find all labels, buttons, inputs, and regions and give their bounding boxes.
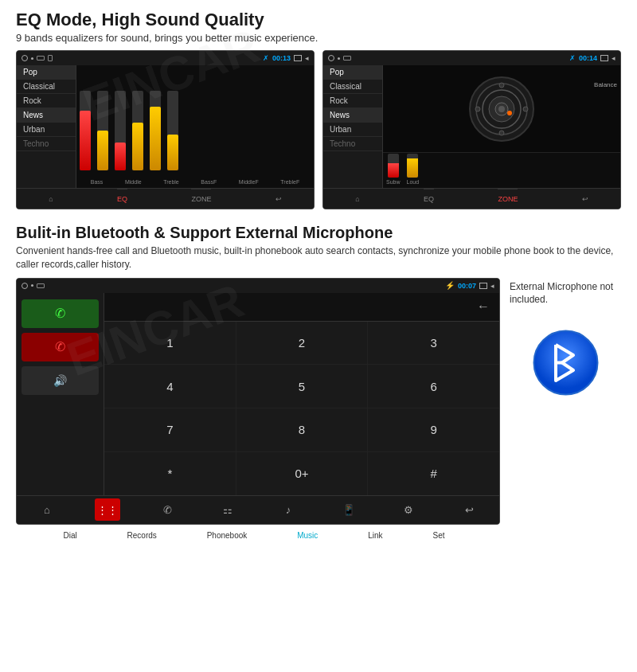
eq-tab-right[interactable]: EQ — [424, 189, 434, 209]
bt-section: Bulit-in Bluetooth & Support External Mi… — [0, 216, 637, 545]
speaker-icon: 🔊 — [53, 374, 67, 387]
dial-toolbar-btn[interactable]: ⋮⋮ — [95, 498, 120, 521]
phone-status-bar: ⚡ 00:07 ◂ — [17, 279, 499, 293]
records-label: Records — [127, 531, 157, 540]
status-bar-right-r: ✗ 00:14 ◂ — [569, 54, 616, 62]
time-right: 00:14 — [579, 54, 597, 62]
circle-icon — [21, 55, 28, 61]
phone-end-icon: ✆ — [55, 339, 65, 354]
eq-subtitle: 9 bands equalizers for sound, brings you… — [16, 32, 621, 44]
label-phonebook: Phonebook — [207, 531, 248, 540]
phone-sq-icon — [479, 283, 487, 289]
dial-key-2[interactable]: 2 — [236, 322, 368, 365]
home-icon-right[interactable]: ⌂ — [355, 195, 359, 203]
home-toolbar-icon: ⌂ — [44, 504, 50, 516]
eq-section: EQ Mode, High Sound Quality 9 bands equa… — [0, 0, 637, 216]
phone-screen: ⚡ 00:07 ◂ ✆ ✆ 🔊 — [16, 278, 500, 525]
eq-tab-left[interactable]: EQ — [117, 189, 127, 209]
call-button[interactable]: ✆ — [21, 299, 99, 328]
link-toolbar-btn[interactable]: 📱 — [336, 498, 361, 521]
eq-menu-pop[interactable]: Pop — [17, 65, 76, 80]
phonebook-toolbar-btn[interactable]: ⚏ — [215, 498, 240, 521]
eq-menu-pop-r[interactable]: Pop — [323, 65, 382, 80]
zone-tab-left[interactable]: ZONE — [191, 189, 211, 209]
set-label: Set — [432, 531, 444, 540]
dial-key-3[interactable]: 3 — [368, 322, 499, 365]
eq-menu-techno-r[interactable]: Techno — [323, 137, 382, 151]
phone-sd-icon — [37, 283, 45, 288]
eq-menu-rock[interactable]: Rock — [17, 94, 76, 108]
eq-menu-urban-r[interactable]: Urban — [323, 123, 382, 137]
dial-key-0[interactable]: 0+ — [236, 452, 368, 495]
set-toolbar-btn[interactable]: ⚙ — [396, 498, 421, 521]
phone-circle-icon — [21, 283, 28, 289]
phonebook-icon: ⚏ — [223, 504, 233, 516]
label-treblef: TrebleF — [280, 179, 299, 185]
bt-status-icon-r: ✗ — [569, 54, 576, 62]
back-toolbar-btn[interactable]: ↩ — [456, 498, 482, 521]
eq-menu-urban[interactable]: Urban — [17, 123, 76, 137]
home-icon-left[interactable]: ⌂ — [49, 195, 53, 203]
sd-icon-r — [343, 56, 351, 61]
eq-menu-news[interactable]: News — [17, 108, 76, 123]
back-toolbar-icon: ↩ — [465, 504, 474, 516]
eq-menu-rock-r[interactable]: Rock — [323, 94, 382, 108]
dial-key-4[interactable]: 4 — [104, 365, 236, 408]
link-label: Link — [368, 531, 382, 540]
home-toolbar-btn[interactable]: ⌂ — [34, 498, 60, 521]
square-icon-r — [600, 55, 608, 61]
dial-key-1[interactable]: 1 — [104, 322, 236, 365]
phone-toolbar: ⌂ ⋮⋮ ✆ ⚏ ♪ 📱 ⚙ — [17, 495, 499, 524]
mute-button[interactable]: 🔊 — [21, 366, 99, 395]
music-toolbar-btn[interactable]: ♪ — [276, 498, 301, 521]
dots-icon-r — [338, 57, 340, 60]
eq-right-visual: Balance — [383, 65, 620, 188]
speaker-svg — [466, 73, 537, 145]
dial-key-6[interactable]: 6 — [368, 365, 499, 408]
label-dial: Dial — [63, 531, 76, 540]
square-icon — [294, 55, 302, 61]
phone-dots — [31, 284, 33, 287]
label-set: Set — [432, 531, 444, 540]
dial-key-8[interactable]: 8 — [236, 408, 368, 451]
bar-loud: Loud — [407, 154, 420, 185]
eq-menu-techno[interactable]: Techno — [17, 137, 76, 151]
dial-key-5[interactable]: 5 — [236, 365, 368, 408]
eq-screen-left: ✗ 00:13 ◂ Pop Classical Rock News Urban … — [16, 50, 315, 209]
zone-tab-right[interactable]: ZONE — [498, 189, 518, 209]
eq-bar-labels: Bass Middle Treble BassF MiddleF TrebleF — [80, 179, 311, 185]
status-bar-left: ✗ 00:13 ◂ — [17, 51, 314, 65]
bt-area: ⚡ 00:07 ◂ ✆ ✆ 🔊 — [16, 278, 621, 525]
backspace-button[interactable]: ← — [477, 299, 490, 314]
svg-point-11 — [533, 331, 597, 395]
settings-icon: ⚙ — [404, 504, 413, 516]
svg-point-8 — [523, 107, 528, 111]
dial-key-9[interactable]: 9 — [368, 408, 499, 451]
eq-title: EQ Mode, High Sound Quality — [16, 10, 621, 30]
phone-call-icon: ✆ — [55, 306, 65, 321]
subw-loud-bars: Subw Loud — [383, 152, 620, 188]
phone-display: ← — [104, 293, 499, 322]
back-btn-right[interactable]: ↩ — [582, 195, 588, 203]
eq-menu-news-r[interactable]: News — [323, 108, 382, 123]
link-icon: 📱 — [342, 504, 355, 516]
records-toolbar-btn[interactable]: ✆ — [154, 498, 180, 521]
svg-point-9 — [499, 83, 504, 88]
label-middle: Middle — [125, 179, 142, 185]
dial-key-hash[interactable]: # — [368, 452, 499, 495]
eq-content-right: Pop Classical Rock News Urban Techno Bal… — [323, 65, 620, 188]
back-btn-left[interactable]: ↩ — [276, 195, 282, 203]
dial-key-7[interactable]: 7 — [104, 408, 236, 451]
end-call-button[interactable]: ✆ — [21, 333, 99, 361]
phone-content: ✆ ✆ 🔊 ← 1 2 — [17, 293, 499, 495]
bt-description: Convenient hands-free call and Bluetooth… — [16, 244, 621, 272]
eq-menu-classical-r[interactable]: Classical — [323, 80, 382, 94]
bt-icon-area — [510, 329, 621, 397]
phone-bt-icon: ⚡ — [445, 281, 455, 290]
eq-screen-right: ✗ 00:14 ◂ Pop Classical Rock News Urban … — [322, 50, 621, 209]
bt-status-icon: ✗ — [263, 54, 269, 62]
label-middlef: MiddleF — [239, 179, 259, 185]
label-bass: Bass — [91, 179, 104, 185]
eq-menu-classical[interactable]: Classical — [17, 80, 76, 94]
dial-key-star[interactable]: * — [104, 452, 236, 495]
